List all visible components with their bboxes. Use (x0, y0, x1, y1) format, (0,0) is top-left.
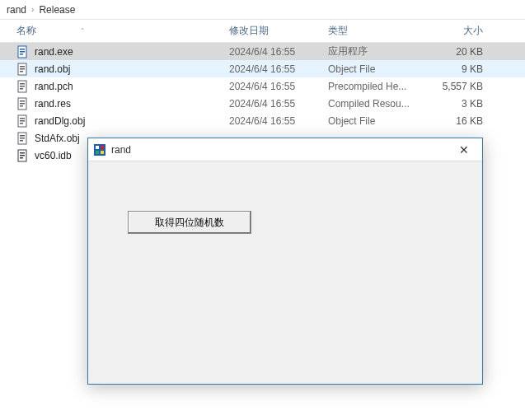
svg-rect-21 (20, 135, 25, 137)
file-name-cell: rand.exe (0, 45, 229, 58)
svg-rect-6 (20, 68, 25, 70)
svg-rect-30 (101, 146, 104, 149)
file-name-cell: rand.pch (0, 80, 229, 93)
column-header-name-label: 名称 (16, 24, 36, 38)
svg-rect-31 (96, 151, 99, 154)
file-size-cell: 16 KB (427, 115, 493, 127)
svg-rect-15 (20, 105, 23, 107)
file-date-cell: 2024/6/4 16:55 (229, 63, 328, 75)
file-icon (16, 63, 30, 76)
svg-rect-2 (20, 51, 25, 53)
app-icon (93, 143, 106, 156)
file-name-label: rand.exe (35, 46, 73, 58)
file-date-cell: 2024/6/4 16:55 (229, 46, 328, 58)
column-headers: 名称 ˄ 修改日期 类型 大小 (0, 20, 525, 43)
breadcrumb-part-2[interactable]: Release (39, 4, 75, 16)
svg-rect-25 (20, 152, 25, 154)
svg-rect-29 (96, 146, 99, 149)
file-name-label: rand.res (35, 98, 71, 110)
file-date-cell: 2024/6/4 16:55 (229, 81, 328, 92)
breadcrumb-part-1[interactable]: rand (7, 4, 26, 16)
close-button[interactable]: ✕ (446, 138, 482, 161)
file-row[interactable]: rand.obj2024/6/4 16:55Object File9 KB (0, 60, 525, 77)
file-name-label: StdAfx.obj (35, 133, 80, 144)
file-icon (16, 45, 30, 58)
file-type-cell: Precompiled He... (328, 81, 427, 92)
file-size-cell: 9 KB (427, 63, 493, 75)
svg-rect-3 (20, 54, 23, 55)
file-name-label: rand.obj (35, 63, 70, 75)
breadcrumb[interactable]: rand › Release (0, 0, 525, 20)
file-icon (16, 80, 30, 93)
file-icon (16, 149, 30, 162)
svg-rect-18 (20, 120, 25, 122)
file-name-label: randDlg.obj (35, 115, 85, 127)
file-row[interactable]: randDlg.obj2024/6/4 16:55Object File16 K… (0, 112, 525, 129)
sort-ascending-icon: ˄ (81, 27, 85, 35)
file-type-cell: 应用程序 (328, 44, 427, 58)
file-type-cell: Compiled Resou... (328, 98, 427, 110)
file-row[interactable]: rand.pch2024/6/4 16:55Precompiled He...5… (0, 77, 525, 95)
svg-rect-5 (20, 66, 25, 68)
svg-rect-7 (20, 71, 23, 72)
svg-rect-22 (20, 138, 25, 139)
column-header-type[interactable]: 类型 (328, 24, 427, 38)
svg-rect-27 (20, 157, 23, 159)
svg-rect-11 (20, 88, 23, 90)
file-name-cell: rand.obj (0, 63, 229, 76)
chevron-right-icon: › (31, 5, 34, 14)
dialog-title: rand (111, 144, 131, 156)
column-header-size[interactable]: 大小 (427, 24, 493, 38)
close-icon: ✕ (459, 143, 469, 156)
file-row[interactable]: rand.exe2024/6/4 16:55应用程序20 KB (0, 43, 525, 60)
dialog-window: rand ✕ 取得四位随机数 (87, 138, 483, 385)
svg-rect-26 (20, 155, 25, 156)
svg-rect-19 (20, 123, 23, 124)
file-date-cell: 2024/6/4 16:55 (229, 98, 328, 110)
file-name-label: rand.pch (35, 81, 73, 92)
svg-rect-32 (101, 151, 104, 154)
file-size-cell: 5,557 KB (427, 81, 493, 92)
file-icon (16, 114, 30, 128)
file-name-cell: rand.res (0, 97, 229, 110)
file-size-cell: 3 KB (427, 98, 493, 110)
file-type-cell: Object File (328, 63, 427, 75)
svg-rect-17 (20, 118, 25, 119)
dialog-titlebar[interactable]: rand ✕ (88, 138, 482, 161)
file-type-cell: Object File (328, 115, 427, 127)
get-random-button[interactable]: 取得四位随机数 (128, 211, 251, 234)
file-name-cell: randDlg.obj (0, 114, 229, 128)
svg-rect-9 (20, 83, 25, 85)
file-icon (16, 132, 30, 145)
file-icon (16, 97, 30, 110)
svg-rect-10 (20, 86, 25, 87)
file-name-label: vc60.idb (35, 150, 72, 161)
dialog-body: 取得四位随机数 (88, 161, 482, 384)
svg-rect-1 (20, 49, 25, 50)
svg-rect-13 (20, 100, 25, 102)
file-row[interactable]: rand.res2024/6/4 16:55Compiled Resou...3… (0, 95, 525, 112)
file-size-cell: 20 KB (427, 46, 493, 58)
file-date-cell: 2024/6/4 16:55 (229, 115, 328, 127)
svg-rect-23 (20, 140, 23, 142)
svg-rect-14 (20, 103, 25, 105)
column-header-name[interactable]: 名称 ˄ (0, 24, 229, 38)
column-header-date[interactable]: 修改日期 (229, 24, 328, 38)
